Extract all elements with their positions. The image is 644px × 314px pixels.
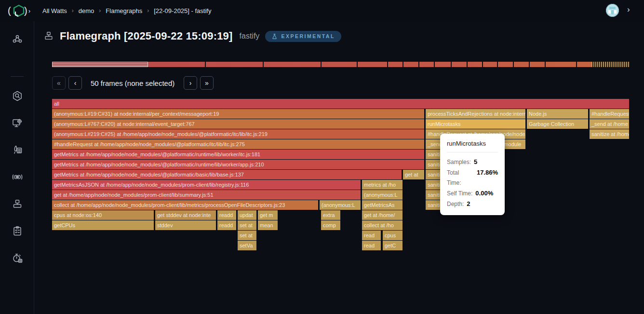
- cluster-icon: [12, 34, 23, 45]
- flame-frame[interactable]: sanitize at /home: [590, 129, 629, 139]
- flame-frame[interactable]: get at /home/: [362, 210, 402, 220]
- frames-count-label: 50 frames (none selected): [91, 76, 174, 90]
- breadcrumb-item-all-watts[interactable]: All Watts: [42, 7, 67, 14]
- flame-frame[interactable]: getMetrics at /home/app/node/node_module…: [52, 150, 424, 159]
- monitor-gear-icon: [12, 117, 23, 129]
- platformatic-logo[interactable]: ( ) ›: [8, 3, 35, 18]
- flame-frame-hovered[interactable]: runMicrotasks: [426, 119, 525, 129]
- last-frame-button[interactable]: »: [200, 76, 214, 90]
- flame-frame[interactable]: getMetrics at /home/app/node/node_module…: [52, 170, 402, 179]
- flame-frame[interactable]: #handleRequest at /home: [590, 109, 629, 119]
- search-hexagon-icon: [12, 90, 23, 102]
- flame-frame[interactable]: mean: [258, 220, 278, 230]
- flame-frame[interactable]: read: [362, 231, 381, 240]
- flame-frame[interactable]: _send at /home: [590, 119, 629, 129]
- tooltip-total-time-label: Total Time:: [447, 168, 474, 188]
- sidebar-item-flamegraphs[interactable]: [0, 198, 34, 210]
- flame-frame[interactable]: processTicksAndRejections at node:intern…: [426, 109, 525, 119]
- flame-frame[interactable]: set at: [238, 231, 256, 240]
- sidebar-item-scheduler[interactable]: [0, 252, 34, 264]
- flame-frame[interactable]: getC: [383, 241, 402, 250]
- flame-frame[interactable]: comp: [321, 220, 340, 230]
- minimap-divider: [545, 62, 546, 67]
- breadcrumb-separator-icon: ›: [147, 7, 149, 14]
- sidebar-item-cluster[interactable]: [0, 34, 34, 45]
- flamegraph-scale-icon: [12, 198, 23, 210]
- flame-frame[interactable]: read: [362, 241, 381, 250]
- page-title-row: Flamegraph [2025-09-22 15:09:19] fastify…: [43, 30, 341, 42]
- minimap-divider: [263, 62, 264, 67]
- tooltip-divider: [447, 152, 498, 152]
- breadcrumb-separator-icon: ›: [99, 7, 101, 14]
- stopwatch-icon: [12, 252, 23, 264]
- minimap-divider: [357, 62, 358, 67]
- flame-frame[interactable]: getMetricsAsJSON at /home/app/node/node_…: [52, 180, 361, 190]
- breadcrumb-item-demo[interactable]: demo: [79, 7, 94, 14]
- breadcrumb-item-flamegraphs[interactable]: Flamegraphs: [106, 7, 142, 14]
- flame-frame[interactable]: set at: [238, 220, 256, 230]
- sidebar-item-deployments[interactable]: [0, 144, 34, 156]
- flame-frame[interactable]: (anonymous:L#219:C#25) at /home/app/node…: [52, 129, 424, 139]
- flame-frame[interactable]: getCPUs: [52, 220, 154, 230]
- flame-frame[interactable]: (anonymous:L#767:C#20) at node:internal/…: [52, 119, 424, 129]
- flame-frame[interactable]: (anonymous:L: [362, 190, 402, 200]
- checklist-clipboard-icon: [12, 225, 23, 237]
- flame-frame[interactable]: metrics at /ho: [362, 180, 402, 190]
- sidebar-divider: [11, 76, 24, 77]
- badge-label: EXPERIMENTAL: [281, 33, 335, 39]
- minimap-divider: [402, 62, 403, 67]
- user-avatar[interactable]: [606, 4, 619, 17]
- flask-icon: [271, 33, 278, 40]
- sidebar-item-inspect[interactable]: [0, 90, 34, 102]
- flame-frame[interactable]: Node.js: [527, 109, 588, 119]
- flame-frame[interactable]: collect at /home/app/node/node_modules/p…: [52, 200, 318, 210]
- sidebar-nav: [0, 21, 34, 314]
- flame-frame[interactable]: get m: [258, 210, 278, 220]
- flame-frame[interactable]: setVa: [238, 241, 256, 250]
- eyes-icon: [11, 171, 24, 183]
- breadcrumb-item-current: [22-09-2025] - fastify: [154, 7, 211, 14]
- flame-frame[interactable]: Garbage Collection: [527, 119, 588, 129]
- first-frame-button[interactable]: «: [52, 76, 66, 90]
- flame-frame[interactable]: collect at /ho: [362, 220, 402, 230]
- svg-text:(: (: [8, 5, 11, 16]
- minimap-divider: [205, 62, 206, 67]
- flame-frame[interactable]: getMetrics at /home/app/node/node_module…: [52, 160, 424, 169]
- sidebar-item-tasks[interactable]: [0, 225, 34, 237]
- flame-frame[interactable]: extra: [321, 210, 340, 220]
- minimap-divider: [482, 62, 483, 67]
- experimental-badge: EXPERIMENTAL: [265, 31, 341, 42]
- flamegraph: runMicrotasks Samples:5 Total Time:17.86…: [52, 99, 629, 253]
- chevron-right-icon[interactable]: ›: [627, 5, 630, 14]
- flame-frame[interactable]: (anonymous:L#19:C#31) at node:internal/p…: [52, 109, 424, 119]
- flame-frame[interactable]: stddev: [155, 220, 216, 230]
- sidebar-item-watch[interactable]: [0, 171, 34, 183]
- flame-frame[interactable]: #handleRequest at /home/app/node/node_mo…: [52, 139, 424, 149]
- flame-frame[interactable]: cpus: [383, 231, 402, 240]
- flame-frame[interactable]: getMetricsAs: [362, 200, 402, 210]
- flame-frame[interactable]: readd: [217, 220, 236, 230]
- minimap-divider: [576, 62, 577, 67]
- flame-frame[interactable]: (anonymous:L: [320, 200, 361, 210]
- tooltip-self-time-label: Self Time:: [447, 189, 472, 199]
- page-subtitle: fastify: [240, 32, 260, 41]
- svg-text:›: ›: [28, 8, 30, 14]
- flame-frame[interactable]: all: [52, 99, 629, 109]
- flame-frame[interactable]: cpus at node:os:140: [52, 210, 154, 220]
- flame-frame[interactable]: get at: [403, 170, 424, 179]
- minimap-divider: [418, 62, 419, 67]
- next-frame-button[interactable]: ›: [184, 76, 197, 90]
- minimap-divider: [321, 62, 322, 67]
- tooltip-samples-value: 5: [474, 157, 477, 167]
- minimap-divider: [497, 62, 498, 67]
- minimap-viewport[interactable]: [52, 62, 148, 67]
- tooltip-title: runMicrotasks: [447, 140, 498, 147]
- tooltip-total-time-value: 17.86%: [477, 167, 498, 177]
- prev-frame-button[interactable]: ‹: [68, 76, 82, 90]
- flame-frame[interactable]: get at /home/app/node/node_modules/prom-…: [52, 190, 361, 200]
- flame-frame[interactable]: readd: [217, 210, 236, 220]
- flamegraph-minimap[interactable]: [52, 62, 629, 67]
- sidebar-item-metrics[interactable]: [0, 117, 34, 129]
- flame-frame[interactable]: updat: [238, 210, 256, 220]
- flame-frame[interactable]: get stddev at node:inte: [155, 210, 216, 220]
